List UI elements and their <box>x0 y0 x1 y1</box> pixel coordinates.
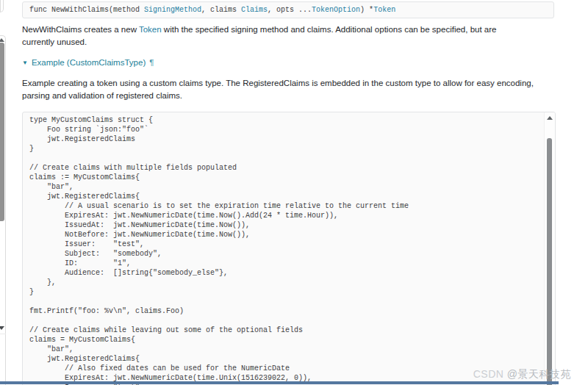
example-code: type MyCustomClaims struct { Foo string … <box>29 115 542 385</box>
description-line: NewWithClaims creates a new Token with t… <box>22 24 496 36</box>
doc-link[interactable]: Claims <box>241 6 268 14</box>
scroll-up-icon[interactable] <box>0 38 4 42</box>
example-toggle[interactable]: ▼ Example (CustomClaimsType) ¶ <box>22 57 154 68</box>
function-description: NewWithClaims creates a new Token with t… <box>22 24 496 48</box>
code-line: // Also fixed dates can be used for the … <box>29 364 542 373</box>
code-line: Audience: []string{"somebody_else"}, <box>29 268 542 278</box>
scroll-up-icon[interactable] <box>547 116 553 120</box>
code-line: Foo string `json:"foo"` <box>29 125 542 134</box>
text-segment: with the specified signing method and cl… <box>162 25 497 34</box>
code-line: }, <box>29 278 542 287</box>
clipped-box-corner <box>0 0 4 12</box>
text-segment: parsing and validation of registered cla… <box>22 91 182 100</box>
text-segment: currently unused. <box>22 37 87 46</box>
example-description-line: Example creating a token using a custom … <box>22 77 534 90</box>
function-signature-text: func NewWithClaims(method SigningMethod,… <box>29 6 395 14</box>
code-line: jwt.RegisteredClaims{ <box>29 354 542 364</box>
code-line: // A usual scenario is to set the expira… <box>29 201 542 211</box>
code-line: claims := MyCustomClaims{ <box>29 173 542 182</box>
code-line <box>29 297 542 306</box>
code-line: fmt.Printf("foo: %v\n", claims.Foo) <box>29 306 542 316</box>
watermark-author: @景天科技苑 <box>507 368 571 380</box>
doc-link[interactable]: SigningMethod <box>144 6 201 14</box>
code-line: type MyCustomClaims struct { <box>29 115 542 125</box>
code-line: "bar", <box>29 345 542 354</box>
text-segment: , opts ... <box>268 6 312 14</box>
anchor-pilcrow-icon[interactable]: ¶ <box>149 58 154 67</box>
example-toggle-label[interactable]: Example (CustomClaimsType) <box>32 58 146 67</box>
description-line: currently unused. <box>22 36 496 48</box>
left-scrollbar-thumb[interactable] <box>0 43 4 221</box>
code-line: IssuedAt: jwt.NewNumericDate(time.Now())… <box>29 220 542 230</box>
function-signature: func NewWithClaims(method SigningMethod,… <box>22 1 554 18</box>
collapse-triangle-icon[interactable]: ▼ <box>22 60 28 66</box>
code-line: Issuer: "test", <box>29 240 542 249</box>
text-segment: NewWithClaims creates a new <box>22 25 139 34</box>
code-scrollbar-thumb[interactable] <box>547 138 552 385</box>
example-code-block: type MyCustomClaims struct { Foo string … <box>22 112 556 385</box>
divider <box>0 334 6 334</box>
code-line: } <box>29 144 542 154</box>
code-line: NotBefore: jwt.NewNumericDate(time.Now()… <box>29 230 542 240</box>
code-line: // Create claims while leaving out some … <box>29 325 542 335</box>
scroll-down-icon[interactable] <box>0 326 4 330</box>
watermark-site: CSDN <box>473 368 507 380</box>
example-description: Example creating a token using a custom … <box>22 77 534 102</box>
clipped-left-panel <box>0 35 6 385</box>
code-line: Subject: "somebody", <box>29 249 542 259</box>
text-segment: Example creating a token using a custom … <box>22 79 534 87</box>
code-line: jwt.RegisteredClaims{ <box>29 192 542 201</box>
doc-link[interactable]: TokenOption <box>312 6 360 14</box>
code-line <box>29 316 542 325</box>
doc-link[interactable]: Token <box>139 25 162 34</box>
text-segment: func NewWithClaims(method <box>29 6 144 14</box>
code-scrollbar[interactable] <box>544 112 555 385</box>
doc-link[interactable]: Token <box>373 6 395 14</box>
csdn-watermark: CSDN @景天科技苑 <box>473 368 571 381</box>
code-line: ExpiresAt: jwt.NewNumericDate(time.Now()… <box>29 211 542 220</box>
code-line: } <box>29 287 542 297</box>
text-segment: ) * <box>360 6 373 14</box>
code-line <box>29 154 542 163</box>
code-line: // Create claims with multiple fields po… <box>29 163 542 173</box>
code-line: jwt.RegisteredClaims <box>29 134 542 144</box>
bottom-accent-line <box>0 381 559 384</box>
code-line: "bar", <box>29 182 542 192</box>
code-line: claims = MyCustomClaims{ <box>29 335 542 345</box>
example-description-line: parsing and validation of registered cla… <box>22 90 534 102</box>
text-segment: , claims <box>201 6 241 14</box>
code-line: ID: "1", <box>29 259 542 268</box>
